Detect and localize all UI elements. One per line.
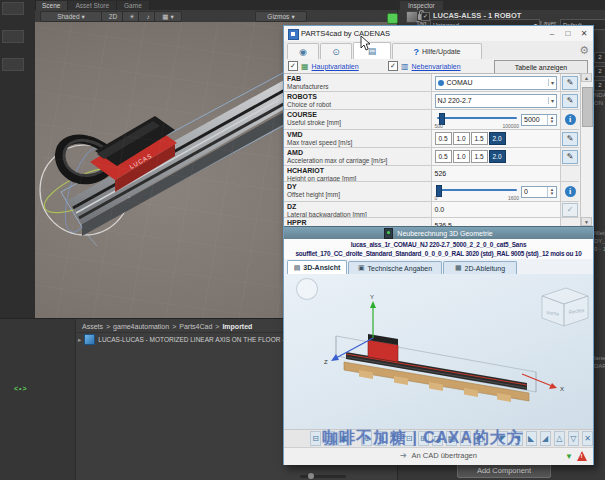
tabelle-anzeigen-button[interactable]: Tabelle anzeigen xyxy=(494,60,588,74)
tab-part[interactable]: ▤ xyxy=(353,42,391,59)
tab-game[interactable]: Game xyxy=(117,1,150,10)
scroll-up-icon[interactable]: ▲ xyxy=(581,73,592,82)
shaded-view-icon[interactable]: ◫ xyxy=(324,431,335,446)
orbit-control[interactable] xyxy=(296,278,318,300)
dy-slider[interactable]: 01600 xyxy=(435,184,520,200)
edit-button[interactable]: ✎ xyxy=(562,94,578,108)
tool-icon[interactable] xyxy=(2,58,24,71)
zoom-out-icon[interactable]: ⊖ xyxy=(375,431,386,446)
dy-value-input[interactable]: 0 ▲▼ xyxy=(521,186,557,198)
tool-icon[interactable] xyxy=(2,2,24,15)
an-cad-uebertragen-button[interactable]: ➔ An CAD übertragen xyxy=(284,451,593,460)
axis-triad: Y Z X xyxy=(324,294,564,392)
robots-select[interactable]: NJ 220-2.7▾ xyxy=(435,94,558,108)
tab-asset-store[interactable]: Asset Store xyxy=(68,1,117,10)
y-axis-label: Y xyxy=(370,294,374,300)
breadcrumb-game4automation[interactable]: game4automation xyxy=(113,323,169,330)
cylinder-view-icon[interactable]: ⊟ xyxy=(310,431,321,446)
close-button[interactable]: ✕ xyxy=(577,28,591,39)
view-reset-icon[interactable]: ✕ xyxy=(582,431,593,446)
tab-help-update[interactable]: ? Hilfe/Update xyxy=(392,43,482,59)
zoom-in-icon[interactable]: ⊕ xyxy=(361,431,372,446)
info-button[interactable]: i xyxy=(565,186,576,197)
view-left-icon[interactable]: ◣ xyxy=(526,431,537,446)
breadcrumb-imported[interactable]: Imported xyxy=(222,323,252,330)
transform-field[interactable]: 2 xyxy=(594,80,605,91)
hauptvariablen-checkbox[interactable]: ✓ xyxy=(288,61,298,71)
search-icon: ⊙ xyxy=(332,47,340,57)
view-right-icon[interactable]: ◢ xyxy=(540,431,551,446)
left-toolstrip xyxy=(0,0,36,318)
confirm-button[interactable]: ✓ xyxy=(562,203,578,217)
render-mode-icon[interactable]: ▦ xyxy=(446,431,457,446)
navigation-cube[interactable]: Vorne Rechts xyxy=(542,288,588,326)
breadcrumb-assets[interactable]: Assets xyxy=(82,323,103,330)
download-status-icon: ▼ xyxy=(565,452,573,461)
nebenvariablen-link[interactable]: Nebenvariablen xyxy=(412,63,461,70)
transfer-icon: ➔ xyxy=(400,451,407,460)
prefab-icon xyxy=(84,334,95,345)
hauptvariablen-link[interactable]: Hauptvariablen xyxy=(312,63,359,70)
fit-view-icon[interactable]: ⊞ xyxy=(418,431,429,446)
course-value-input[interactable]: 5000 ▲▼ xyxy=(521,114,557,126)
tool-icon[interactable] xyxy=(2,30,24,43)
maximize-button[interactable]: □ xyxy=(561,28,575,39)
row-dz: DZLateral backwardation [mm] 0.0 ✓ xyxy=(284,202,579,218)
view-bottom-icon[interactable]: ▽ xyxy=(568,431,579,446)
scroll-down-icon[interactable]: ▼ xyxy=(581,217,592,226)
vmd-segment[interactable]: 0.51.0 1.52.0 xyxy=(435,132,506,145)
minimize-button[interactable]: – xyxy=(545,28,559,39)
tab-search[interactable]: ⊙ xyxy=(320,43,352,59)
edit-button[interactable]: ✎ xyxy=(562,150,578,164)
edit-button[interactable]: ✎ xyxy=(562,132,578,146)
tab-2d-ableitung[interactable]: ▦ 2D-Ableitung xyxy=(443,261,517,274)
section-view-icon[interactable]: ◪ xyxy=(432,431,443,446)
shadow-view-icon[interactable]: ◩ xyxy=(474,431,485,446)
dialog-titlebar[interactable]: PARTS4cad by CADENAS – □ ✕ xyxy=(284,26,593,42)
dialog-tabbar: ◉ ⊙ ▤ ? Hilfe/Update ⚙ xyxy=(284,41,593,60)
nebenvariablen-checkbox[interactable]: ✓ xyxy=(388,61,398,71)
inspector-text-fragment: lane xyxy=(594,355,605,361)
table-scrollbar[interactable]: ▲ ▼ xyxy=(580,73,593,226)
transform-field[interactable]: 2 xyxy=(594,66,605,77)
amd-segment[interactable]: 0.51.0 1.52.0 xyxy=(435,150,506,163)
variable-filter-row: ✓ ▦ Hauptvariablen ✓ ▥ Nebenvariablen Ta… xyxy=(284,59,593,73)
catalog-icon: ◉ xyxy=(299,47,307,57)
project-folder-column[interactable]: <•> xyxy=(0,319,76,480)
wireframe-view-icon[interactable]: ▣ xyxy=(338,431,349,446)
view-top-icon[interactable]: △ xyxy=(554,431,565,446)
inspector-tab[interactable]: Inspector xyxy=(400,1,443,10)
tab-3d-ansicht[interactable]: ▤ 3D-Ansicht xyxy=(287,260,347,274)
course-slider[interactable]: 500100000 xyxy=(435,112,520,128)
expander-icon[interactable]: ▸ xyxy=(78,336,81,344)
edit-button[interactable]: ✎ xyxy=(562,76,578,90)
row-dy: DYOffset height [mm] 01600 0 ▲▼ i xyxy=(284,182,579,202)
zoom-window-icon[interactable]: ⊡ xyxy=(404,431,415,446)
inspector-text-fragment: 0 - 1 xyxy=(594,246,605,252)
transfer-bar: ➔ An CAD übertragen ▼ xyxy=(284,447,593,465)
screen: Scene Asset Store Game Shaded▾ 2D ☀ ♪ ▦▾… xyxy=(0,0,605,480)
row-robots: ROBOTSChoice of robot NJ 220-2.7▾ ✎ xyxy=(284,92,579,110)
view-front-icon[interactable]: ◤ xyxy=(497,431,508,446)
breadcrumb-parts4cad[interactable]: Parts4Cad xyxy=(179,323,212,330)
tab-catalog[interactable]: ◉ xyxy=(287,43,319,59)
gear-icon[interactable]: ⚙ xyxy=(579,44,589,57)
scrollbar-thumb[interactable] xyxy=(582,87,593,127)
shaded-dropdown[interactable]: Shaded▾ xyxy=(40,11,102,22)
info-button[interactable]: i xyxy=(565,114,576,125)
material-view-icon[interactable]: ● xyxy=(460,431,471,446)
help-icon: ? xyxy=(413,47,419,57)
tab-technische-angaben[interactable]: ▣ Technische Angaben xyxy=(348,261,442,274)
effects-dropdown[interactable]: ▦▾ xyxy=(154,11,182,22)
rotate-view-icon[interactable]: ↻ xyxy=(390,431,401,446)
thumbnail-size-slider[interactable] xyxy=(300,475,346,478)
gizmos-dropdown[interactable]: Gizmos▾ xyxy=(255,11,307,22)
tab-scene[interactable]: Scene xyxy=(35,1,68,10)
fab-select[interactable]: COMAU▾ xyxy=(435,76,558,90)
3d-preview[interactable]: Vorne Rechts xyxy=(284,274,593,429)
transform-field[interactable]: 2 xyxy=(594,52,605,63)
inspector-text-fragment: DARD xyxy=(594,363,605,369)
add-component-button[interactable]: Add Component xyxy=(457,463,551,478)
view-back-icon[interactable]: ◥ xyxy=(511,431,522,446)
row-course: COURSEUseful stroke [mm] 500100000 5000 … xyxy=(284,110,579,130)
